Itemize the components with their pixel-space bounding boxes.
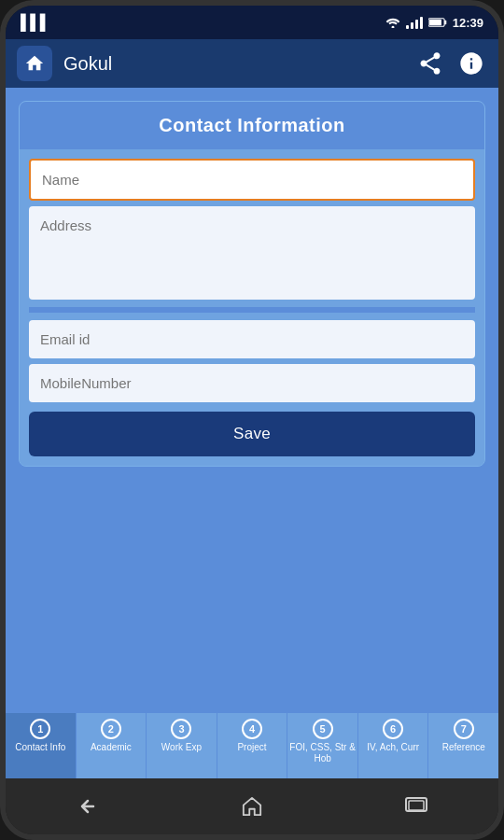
tab-number-4: 4 (242, 719, 262, 739)
home-nav-button[interactable] (229, 788, 275, 825)
tab-number-5: 5 (313, 719, 333, 739)
home-icon (24, 53, 45, 74)
info-button[interactable] (455, 48, 487, 79)
home-nav-icon (240, 796, 264, 817)
app-header: Gokul (6, 39, 498, 88)
back-icon (75, 796, 101, 817)
tab-project[interactable]: 4 Project (217, 713, 288, 778)
main-content: Contact Information Save 1 Contact Info … (6, 88, 498, 778)
svg-point-0 (391, 26, 394, 28)
tab-number-2: 2 (101, 719, 121, 739)
recents-button[interactable] (393, 788, 440, 825)
email-input[interactable] (29, 320, 475, 358)
form-card-header: Contact Information (20, 102, 484, 149)
tab-reference[interactable]: 7 Reference (428, 713, 498, 778)
device-frame: ▌▌▌ 12:39 (0, 0, 504, 840)
status-bar-left: ▌▌▌ (21, 14, 49, 31)
form-fields: Save (20, 149, 484, 466)
home-button[interactable] (17, 46, 52, 81)
recents-icon (405, 797, 427, 816)
svg-rect-3 (429, 20, 441, 25)
back-button[interactable] (64, 788, 111, 825)
status-bar-right: 12:39 (385, 16, 483, 30)
battery-icon (428, 17, 447, 28)
barcode-icon: ▌▌▌ (21, 14, 49, 31)
svg-rect-2 (444, 21, 446, 24)
form-card: Contact Information Save (19, 101, 485, 467)
status-bar: ▌▌▌ 12:39 (6, 6, 498, 39)
form-title: Contact Information (159, 115, 345, 135)
tab-label-3: Work Exp (161, 742, 202, 753)
tab-bar: 1 Contact Info 2 Academic 3 Work Exp 4 P… (6, 711, 498, 778)
clock: 12:39 (453, 16, 483, 30)
tab-label-2: Academic (91, 742, 132, 753)
app-title: Gokul (63, 53, 414, 75)
save-button[interactable]: Save (29, 412, 475, 456)
nav-bar (6, 778, 498, 834)
share-button[interactable] (414, 48, 446, 79)
tab-label-4: Project (237, 742, 266, 753)
divider (29, 307, 475, 313)
tab-iv[interactable]: 6 IV, Ach, Curr (358, 713, 429, 778)
tab-label-1: Contact Info (15, 742, 65, 753)
tab-label-7: Reference (442, 742, 485, 753)
tab-label-6: IV, Ach, Curr (367, 742, 419, 753)
share-icon (417, 50, 443, 77)
tab-number-1: 1 (30, 719, 50, 739)
wifi-icon (385, 17, 400, 28)
header-actions (414, 48, 487, 79)
tab-number-6: 6 (383, 719, 403, 739)
tab-label-5: FOI, CSS, Str & Hob (289, 742, 356, 764)
signal-icon (406, 16, 423, 29)
info-icon (458, 50, 484, 77)
address-input[interactable] (29, 206, 475, 300)
tab-contact-info[interactable]: 1 Contact Info (6, 713, 77, 778)
tab-work-exp[interactable]: 3 Work Exp (147, 713, 217, 778)
tab-number-7: 7 (454, 719, 474, 739)
tab-academic[interactable]: 2 Academic (77, 713, 147, 778)
name-input[interactable] (29, 159, 475, 201)
tab-number-3: 3 (171, 719, 191, 739)
svg-rect-5 (409, 801, 424, 810)
mobile-input[interactable] (29, 364, 475, 402)
tab-foi[interactable]: 5 FOI, CSS, Str & Hob (287, 713, 358, 778)
spacer (6, 467, 498, 711)
